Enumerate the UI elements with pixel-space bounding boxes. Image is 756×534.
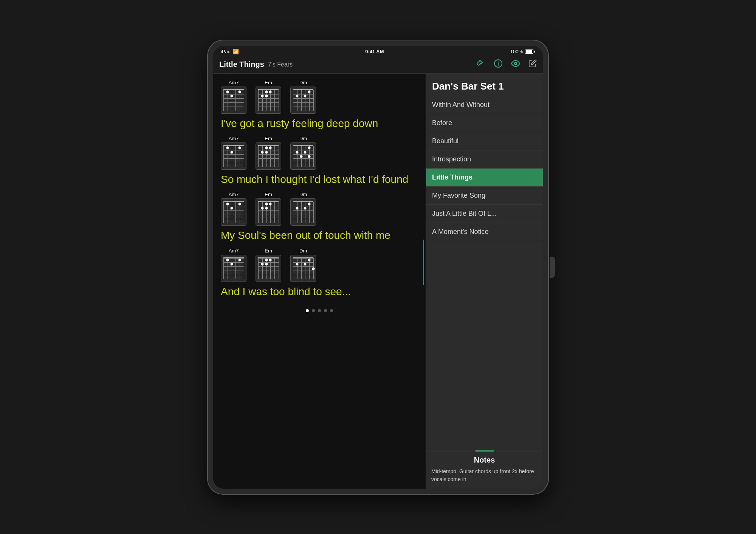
chord-row-2: Am7 [221,136,418,170]
sidebar-item-my-favorite-song[interactable]: My Favorite Song [426,187,543,205]
chord-am7-1: Am7 [221,80,246,114]
notes-text: Mid-tempo. Guitar chords up front 2x bef… [431,467,538,483]
toolbar-icons [476,59,537,70]
sidebar-item-introspection[interactable]: Introspection [426,150,543,169]
page-dot-4[interactable] [324,309,327,312]
ipad-frame: iPad 📶 9:41 AM 100% Little Things 7's Fe… [208,40,548,494]
ipad-screen: iPad 📶 9:41 AM 100% Little Things 7's Fe… [213,46,543,489]
info-icon[interactable] [494,59,503,70]
notes-section: Notes Mid-tempo. Guitar chords up front … [426,452,543,489]
chord-row-1: Am7 [221,80,418,114]
chord-em-3: Em [256,192,281,226]
status-left: iPad 📶 [221,49,239,54]
svg-point-4 [514,62,517,65]
lyric-4: And I was too blind to see... [221,285,418,299]
chord-em-1: Em [256,80,281,114]
page-dot-2[interactable] [312,309,315,312]
page-dot-1[interactable] [306,309,309,312]
notes-title: Notes [431,456,538,464]
sidebar-item-beautiful[interactable]: Beautiful [426,132,543,150]
sidebar-item-just-a-little-bit[interactable]: Just A Little Bit Of L... [426,205,543,223]
guitar-icon[interactable] [476,59,485,70]
chord-dm-2: Dm [290,136,316,170]
ipad-label: iPad [221,49,231,54]
svg-point-0 [482,62,483,63]
battery-percent-label: 100% [510,49,523,54]
chord-dm-3: Dm [290,192,316,226]
song-title: Little Things [219,60,264,69]
chord-row-4: Am7 [221,248,418,282]
sidebar-item-before[interactable]: Before [426,114,543,132]
chord-em-4: Em [256,248,281,282]
chord-em-2: Em [256,136,281,170]
page-dots [221,304,418,315]
chord-am7-4: Am7 [221,248,246,282]
chord-am7-2: Am7 [221,136,246,170]
sidebar-header: Dan's Bar Set 1 [426,74,543,96]
status-right: 100% [510,49,535,54]
main-content: Am7 [213,74,543,489]
status-time: 9:41 AM [365,49,384,54]
battery-indicator [525,50,535,54]
scroll-indicator [423,240,424,285]
lyric-3: My Soul's been out of touch with me [221,229,418,242]
sidebar-item-within-and-without[interactable]: Within And Without [426,96,543,114]
lyric-2: So much I thought I'd lost what I'd foun… [221,173,418,186]
chord-dm-4: Dm [290,248,316,282]
page-dot-3[interactable] [318,309,321,312]
chord-am7-3: Am7 [221,192,246,226]
wifi-icon: 📶 [233,49,239,54]
toolbar: Little Things 7's Fears [213,57,543,74]
sidebar-item-a-moments-notice[interactable]: A Moment's Notice [426,223,543,241]
song-view[interactable]: Am7 [213,74,426,489]
song-subtitle: 7's Fears [268,61,293,68]
sidebar: Dan's Bar Set 1 Within And Without Befor… [426,74,543,489]
page-dot-5[interactable] [330,309,333,312]
sidebar-list: Within And Without Before Beautiful Intr… [426,96,543,448]
eye-icon[interactable] [511,59,520,70]
side-knob [550,257,555,278]
status-bar: iPad 📶 9:41 AM 100% [213,46,543,57]
chord-row-3: Am7 [221,192,418,226]
sidebar-item-little-things[interactable]: Little Things [426,169,543,187]
pencil-icon[interactable] [528,59,537,70]
chord-dm-1: Dm [290,80,316,114]
lyric-1: I've got a rusty feeling deep down [221,117,418,130]
